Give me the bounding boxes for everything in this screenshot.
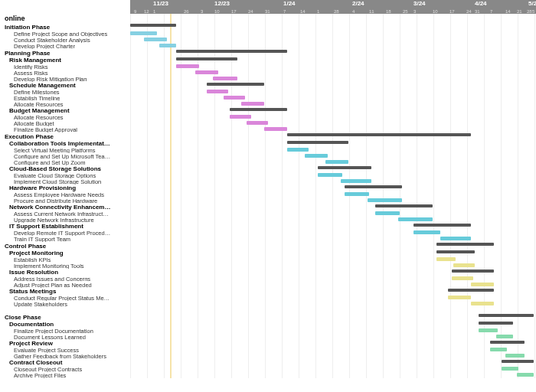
task-row[interactable]: Develop Risk Mitigation Plan	[5, 76, 127, 82]
task-row[interactable]: Conduct Regular Project Status Me…	[5, 295, 127, 301]
gantt-bar[interactable]	[471, 302, 494, 305]
group-row[interactable]: Collaboration Tools Implementat…	[5, 140, 130, 147]
task-row[interactable]: Upgrade Network Infrastructure	[5, 217, 127, 223]
group-row[interactable]: Hardware Provisioning	[5, 185, 130, 191]
gantt-bar[interactable]	[452, 276, 473, 280]
task-row[interactable]: Update Stakeholders	[5, 301, 127, 307]
task-row[interactable]: Adjust Project Plan as Needed	[5, 282, 127, 288]
gantt-bar[interactable]	[264, 127, 287, 131]
task-row[interactable]: Archive Project Files	[5, 372, 127, 378]
task-row[interactable]: Assess Employee Hardware Needs	[5, 191, 127, 198]
gantt-bar[interactable]	[130, 24, 176, 27]
gantt-bar[interactable]	[375, 204, 433, 207]
task-row[interactable]: Configure and Set Up Microsoft Tea…	[5, 153, 127, 159]
gantt-bar[interactable]	[287, 141, 348, 144]
group-row[interactable]: Network Connectivity Enhancem…	[5, 204, 130, 211]
gantt-bar[interactable]	[213, 77, 237, 80]
task-row[interactable]: Finalize Budget Approval	[5, 126, 127, 132]
gantt-bar[interactable]	[502, 360, 534, 363]
gantt-bar[interactable]	[448, 289, 494, 292]
task-row[interactable]: Document Lessons Learned	[5, 334, 127, 340]
task-row[interactable]: Define Project Scope and Objectives	[5, 31, 127, 37]
gantt-bar[interactable]	[471, 283, 494, 286]
gantt-bar[interactable]	[490, 348, 507, 351]
group-row[interactable]: Project Monitoring	[5, 250, 130, 256]
group-row[interactable]: Budget Management	[5, 107, 130, 114]
gantt-bar[interactable]	[496, 335, 513, 338]
task-row[interactable]: Allocate Resources	[5, 101, 127, 107]
group-row[interactable]: Cloud-Based Storage Solutions	[5, 165, 130, 172]
gantt-bar[interactable]	[230, 115, 251, 119]
gantt-bar[interactable]	[345, 192, 369, 196]
group-row[interactable]: Schedule Management	[5, 82, 130, 89]
gantt-bar[interactable]	[505, 354, 525, 358]
task-row[interactable]: Establish KPIs	[5, 256, 127, 263]
task-row[interactable]: Configure and Set Up Zoom	[5, 159, 127, 165]
gantt-bar[interactable]	[130, 31, 157, 35]
gantt-bar[interactable]	[325, 160, 348, 164]
group-row[interactable]: Documentation	[5, 321, 130, 328]
group-row[interactable]: Status Meetings	[5, 288, 130, 295]
gantt-bar[interactable]	[368, 198, 402, 202]
group-row[interactable]: Project Review	[5, 340, 130, 347]
gantt-bar[interactable]	[176, 50, 287, 53]
gantt-bar[interactable]	[490, 341, 525, 344]
chart-area[interactable]	[130, 14, 536, 378]
task-row[interactable]: Identify Risks	[5, 64, 127, 70]
task-row[interactable]: Allocate Resources	[5, 114, 127, 120]
phase-row[interactable]: Initiation Phase	[5, 23, 130, 31]
gantt-bar[interactable]	[436, 243, 494, 246]
task-row[interactable]: Procure and Distribute Hardware	[5, 198, 127, 204]
task-row[interactable]: Gather Feedback from Stakeholders	[5, 353, 127, 359]
gantt-bar[interactable]	[345, 185, 402, 188]
gantt-bar[interactable]	[479, 314, 534, 317]
task-row[interactable]: Address Issues and Concerns	[5, 276, 127, 282]
task-row[interactable]: Develop Remote IT Support Proced…	[5, 230, 127, 236]
gantt-bar[interactable]	[159, 44, 176, 47]
gantt-bar[interactable]	[479, 322, 513, 325]
gantt-bar[interactable]	[413, 230, 440, 234]
task-row[interactable]: Train IT Support Team	[5, 236, 127, 242]
phase-row[interactable]: Control Phase	[5, 242, 130, 250]
task-row[interactable]: Assess Current Network Infrastruct…	[5, 211, 127, 217]
gantt-bar[interactable]	[305, 154, 328, 158]
group-row[interactable]: Issue Resolution	[5, 269, 130, 276]
task-row[interactable]: Develop Project Charter	[5, 43, 127, 49]
gantt-bar[interactable]	[436, 250, 475, 253]
gantt-bar[interactable]	[176, 57, 237, 60]
gantt-bar[interactable]	[287, 148, 309, 152]
gantt-bar[interactable]	[375, 211, 400, 215]
gantt-bar[interactable]	[318, 173, 342, 177]
gantt-bar[interactable]	[207, 83, 264, 86]
group-row[interactable]: IT Support Establishment	[5, 223, 130, 230]
group-row[interactable]: Risk Management	[5, 57, 130, 64]
phase-row[interactable]: Planning Phase	[5, 49, 130, 57]
task-row[interactable]: Evaluate Cloud Storage Options	[5, 172, 127, 178]
task-row[interactable]: Define Milestones	[5, 89, 127, 95]
gantt-bar[interactable]	[453, 263, 475, 267]
gantt-bar[interactable]	[176, 64, 199, 68]
task-row[interactable]: Conduct Stakeholder Analysis	[5, 37, 127, 43]
phase-row[interactable]: Close Phase	[5, 313, 130, 321]
task-row[interactable]: Finalize Project Documentation	[5, 328, 127, 334]
gantt-bar[interactable]	[318, 166, 371, 169]
task-row[interactable]: Establish Timeline	[5, 95, 127, 101]
gantt-bar[interactable]	[502, 367, 518, 371]
task-row[interactable]: Select Virtual Meeting Platforms	[5, 147, 127, 153]
group-row[interactable]: Contract Closeout	[5, 359, 130, 366]
task-row[interactable]: Closeout Project Contracts	[5, 366, 127, 372]
gantt-bar[interactable]	[479, 328, 498, 332]
gantt-bar[interactable]	[207, 90, 228, 93]
gantt-bar[interactable]	[448, 296, 471, 299]
phase-row[interactable]: Execution Phase	[5, 132, 130, 140]
gantt-bar[interactable]	[517, 373, 534, 377]
gantt-bar[interactable]	[440, 237, 471, 240]
gantt-bar[interactable]	[341, 179, 371, 183]
gantt-bar[interactable]	[287, 133, 471, 136]
task-row[interactable]: Evaluate Project Success	[5, 347, 127, 353]
gantt-bar[interactable]	[195, 70, 218, 74]
gantt-bar[interactable]	[230, 108, 287, 111]
gantt-bar[interactable]	[452, 270, 494, 273]
task-row[interactable]: Allocate Budget	[5, 120, 127, 126]
gantt-bar[interactable]	[247, 121, 268, 125]
